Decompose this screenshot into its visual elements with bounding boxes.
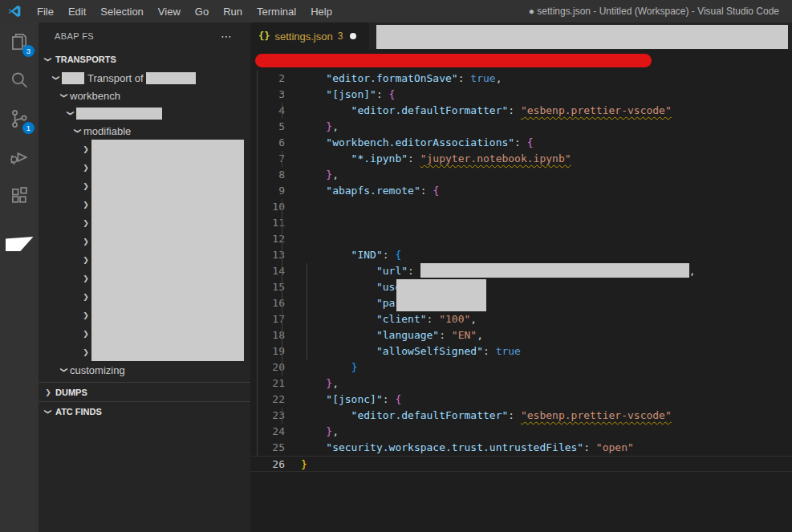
code-line[interactable]: 19 "allowSelfSigned": true xyxy=(250,343,792,359)
tree-row[interactable] xyxy=(39,177,250,195)
menu-edit[interactable]: Edit xyxy=(61,0,93,22)
code-line[interactable]: 2 "editor.formatOnSave": true, xyxy=(250,71,792,87)
line-number: 9 xyxy=(250,183,301,199)
code-token: "100" xyxy=(439,313,470,325)
code-line[interactable]: 25 "security.workspace.trust.untrustedFi… xyxy=(250,440,792,456)
code-line[interactable]: 6 "workbench.editorAssociations": { xyxy=(250,135,792,151)
code-line[interactable]: 23 "editor.defaultFormatter": "esbenp.pr… xyxy=(250,408,792,424)
breadcrumb-bar xyxy=(250,50,792,71)
redacted-region xyxy=(91,343,244,361)
indent-guide xyxy=(282,151,282,167)
line-number: 10 xyxy=(250,199,301,215)
code-line[interactable]: 16 "password": xyxy=(250,295,792,311)
code-line[interactable]: 5 }, xyxy=(250,119,792,135)
menu-view[interactable]: View xyxy=(151,0,188,22)
code-line[interactable]: 17 "client": "100", xyxy=(250,311,792,327)
tree-row[interactable] xyxy=(39,232,250,250)
tree-row[interactable]: customizing xyxy=(39,361,250,379)
activity-run-debug[interactable] xyxy=(0,138,39,177)
code-line[interactable]: 9 "abapfs.remote": { xyxy=(250,183,792,199)
code-line[interactable]: 4 "editor.defaultFormatter": "esbenp.pre… xyxy=(250,103,792,119)
tree-row[interactable] xyxy=(39,195,250,213)
tree-row[interactable] xyxy=(39,306,250,324)
redacted-region xyxy=(91,324,244,343)
menu-file[interactable]: File xyxy=(30,0,61,22)
code-line[interactable]: 18 "language": "EN", xyxy=(250,327,792,343)
tree-row[interactable]: Transport of xyxy=(39,69,250,87)
code-line[interactable]: 24 }, xyxy=(250,424,792,440)
code-token: { xyxy=(527,136,534,148)
code-line[interactable]: 11 xyxy=(250,215,792,231)
tab-settings-json[interactable]: {} settings.json 3 xyxy=(250,22,369,50)
code-line[interactable]: 14 "url": , xyxy=(250,263,792,279)
code-token xyxy=(301,120,326,132)
vscode-window: FileEditSelectionViewGoRunTerminalHelp ●… xyxy=(0,0,792,532)
tree-item-label: workbench xyxy=(70,90,120,102)
tree-row[interactable] xyxy=(39,287,250,306)
sidebar: ABAP FS ⋯ TRANSPORTS Transport of workbe… xyxy=(39,22,250,532)
activity-source-control[interactable]: 1 xyxy=(0,99,39,138)
section-atc-finds[interactable]: ATC FINDS xyxy=(39,401,250,420)
menu-help[interactable]: Help xyxy=(303,0,339,22)
menu-selection[interactable]: Selection xyxy=(93,0,150,22)
source-control-badge: 1 xyxy=(22,122,35,134)
more-actions-icon[interactable]: ⋯ xyxy=(221,30,233,43)
code-line[interactable]: 10 xyxy=(250,199,792,215)
code-line[interactable]: 20 } xyxy=(250,359,792,376)
tree-row[interactable] xyxy=(39,213,250,232)
menu-bar: FileEditSelectionViewGoRunTerminalHelp xyxy=(30,0,339,22)
code-token: true xyxy=(496,345,521,357)
code-line[interactable]: 3 "[json]": { xyxy=(250,87,792,103)
code-line[interactable]: 22 "[jsonc]": { xyxy=(250,392,792,408)
menu-run[interactable]: Run xyxy=(216,0,250,22)
code-line[interactable]: 21 }, xyxy=(250,376,792,392)
line-number: 2 xyxy=(250,71,301,87)
code-line[interactable]: 12 xyxy=(250,231,792,247)
tree-row[interactable] xyxy=(39,250,250,269)
tree-row[interactable] xyxy=(39,343,250,361)
line-number: 15 xyxy=(250,279,301,295)
section-dumps[interactable]: DUMPS xyxy=(39,382,250,401)
code-line[interactable]: 13 "IND": { xyxy=(250,247,792,263)
tree-row[interactable] xyxy=(39,324,250,343)
chevron-right-icon xyxy=(80,311,91,319)
code-token: , xyxy=(470,313,477,325)
chevron-down-icon xyxy=(65,109,76,117)
code-token xyxy=(301,425,326,437)
activity-extensions[interactable] xyxy=(0,177,39,215)
chevron-right-icon xyxy=(80,201,91,209)
code-line[interactable]: 26} xyxy=(250,456,792,472)
tree-row[interactable] xyxy=(39,269,250,287)
code-token: } xyxy=(351,361,358,373)
line-number: 5 xyxy=(250,119,301,135)
line-number: 20 xyxy=(250,359,301,376)
chevron-down-icon xyxy=(43,408,54,416)
editor-region: {} settings.json 3 2 "editor.formatOnSav… xyxy=(250,22,792,532)
section-transports[interactable]: TRANSPORTS xyxy=(39,50,250,69)
activity-explorer[interactable]: 3 xyxy=(0,22,39,61)
activity-search[interactable] xyxy=(0,61,39,99)
tree-row[interactable]: modifiable xyxy=(39,122,250,140)
line-number: 21 xyxy=(250,376,301,392)
tree-row[interactable] xyxy=(39,140,250,158)
code-line[interactable]: 15 "username": xyxy=(250,279,792,295)
redacted-region xyxy=(91,177,244,195)
code-line[interactable]: 7 "*.ipynb": "jupyter.notebook.ipynb" xyxy=(250,151,792,167)
tree-row[interactable] xyxy=(39,104,250,122)
redacted-region xyxy=(376,25,788,49)
chevron-down-icon xyxy=(72,127,83,135)
menu-go[interactable]: Go xyxy=(188,0,216,22)
tree-row[interactable] xyxy=(39,158,250,177)
code-token: { xyxy=(433,185,439,197)
code-token: "EN" xyxy=(452,329,477,341)
code-line[interactable]: 8 }, xyxy=(250,167,792,183)
line-number: 18 xyxy=(250,327,301,343)
menu-terminal[interactable]: Terminal xyxy=(250,0,303,22)
line-number: 13 xyxy=(250,247,301,263)
code-token: "editor.formatOnSave" xyxy=(301,72,458,84)
activity-abap-fs[interactable] xyxy=(0,225,39,263)
tree-row[interactable]: workbench xyxy=(39,87,250,104)
code-editor[interactable]: 2 "editor.formatOnSave": true,3 "[json]"… xyxy=(250,71,792,532)
chevron-down-icon xyxy=(59,91,70,99)
unsaved-indicator[interactable] xyxy=(350,33,356,39)
